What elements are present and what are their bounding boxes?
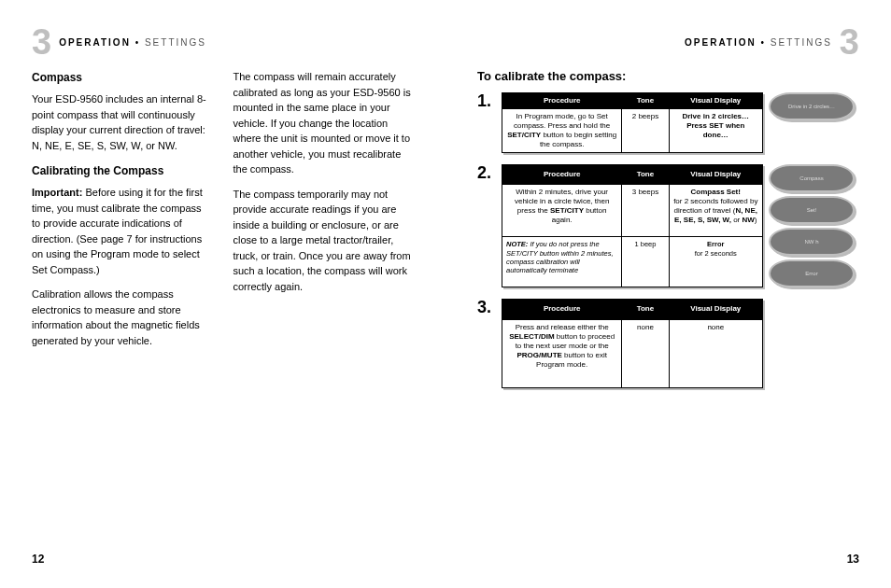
cell-visual: Drive in 2 circles… Press SET when done… (669, 109, 762, 153)
cell-tone: 3 beeps (622, 184, 669, 237)
cell-tone: none (622, 319, 669, 387)
header-strong-r: OPERATION (685, 37, 757, 48)
cell-tone: 2 beeps (622, 109, 669, 153)
th-procedure: Procedure (502, 165, 622, 185)
left-body: Compass Your ESD-9560 includes an intern… (32, 69, 414, 357)
lcd-display: Set! (769, 196, 855, 224)
page-number-left: 12 (32, 553, 44, 566)
header-bullet-r: • (761, 37, 767, 48)
th-procedure: Procedure (502, 93, 622, 109)
table-header-row: Procedure Tone Visual Display (502, 165, 763, 185)
left-page: 3 OPERATION • SETTINGS Compass Your ESD-… (0, 0, 446, 588)
th-tone: Tone (622, 300, 669, 320)
page-number-right: 13 (847, 553, 859, 566)
table-row: Press and release either the SELECT/DIM … (502, 319, 763, 387)
chapter-number-r: 3 (840, 24, 859, 60)
table-row: Within 2 minutes, drive your vehicle in … (502, 184, 763, 237)
chapter-number: 3 (32, 24, 51, 60)
label-important: Important: (32, 187, 82, 198)
step-2-displays: Compass Set! NW h Error (769, 164, 855, 287)
left-col-1: Compass Your ESD-9560 includes an intern… (32, 69, 213, 357)
table-note-row: NOTE: If you do not press the SET/CITY b… (502, 237, 763, 287)
step-1-displays: Drive in 2 circles… (769, 92, 855, 153)
table-header-row: Procedure Tone Visual Display (502, 93, 763, 109)
cell-note: NOTE: If you do not press the SET/CITY b… (502, 237, 622, 287)
step-1: 1. Procedure Tone Visual Display In Prog… (477, 92, 859, 153)
header-bullet: • (135, 37, 141, 48)
th-tone: Tone (622, 93, 669, 109)
para-remain-calibrated: The compass will remain accurately calib… (233, 69, 415, 177)
step-3-table: Procedure Tone Visual Display Press and … (502, 299, 763, 388)
lcd-display: Drive in 2 circles… (769, 92, 855, 120)
heading-to-calibrate: To calibrate the compass: (477, 69, 859, 83)
step-2-table: Procedure Tone Visual Display Within 2 m… (502, 164, 763, 287)
left-header: 3 OPERATION • SETTINGS (32, 24, 414, 60)
para-important-text: Before using it for the first time, you … (32, 187, 203, 275)
step-2-num: 2. (477, 164, 496, 181)
cell-visual: Compass Set! for 2 seconds followed by d… (669, 184, 762, 237)
table-header-row: Procedure Tone Visual Display (502, 300, 763, 320)
table-row: In Program mode, go to Set compass. Pres… (502, 109, 763, 153)
cell-note-tone: 1 beep (622, 237, 669, 287)
th-visual: Visual Display (669, 93, 762, 109)
para-important: Important: Before using it for the first… (32, 185, 213, 277)
para-compass-intro: Your ESD-9560 includes an internal 8-poi… (32, 91, 213, 153)
step-3-num: 3. (477, 299, 496, 315)
para-calibration-allows: Calibration allows the compass electroni… (32, 287, 213, 348)
step-1-num: 1. (477, 92, 496, 109)
cell-visual: none (669, 319, 762, 387)
th-procedure: Procedure (502, 300, 622, 320)
step-3: 3. Procedure Tone Visual Display Press a… (477, 299, 859, 388)
step-1-table: Procedure Tone Visual Display In Program… (502, 92, 763, 153)
step-2: 2. Procedure Tone Visual Display Within … (477, 164, 859, 287)
right-header: OPERATION • SETTINGS 3 (477, 24, 859, 60)
header-light-r: SETTINGS (771, 37, 832, 48)
left-col-2: The compass will remain accurately calib… (233, 69, 415, 357)
para-temp-inaccurate: The compass temporarily may not provide … (233, 187, 415, 295)
lcd-display: Error (769, 259, 855, 287)
heading-compass: Compass (32, 69, 213, 86)
lcd-display: Compass (769, 164, 855, 192)
cell-procedure: Press and release either the SELECT/DIM … (502, 319, 622, 387)
cell-note-visual: Errorfor 2 seconds (669, 237, 762, 287)
cell-procedure: In Program mode, go to Set compass. Pres… (502, 109, 622, 153)
heading-calibrating: Calibrating the Compass (32, 162, 213, 179)
th-visual: Visual Display (669, 165, 762, 185)
th-visual: Visual Display (669, 300, 762, 320)
header-strong: OPERATION (59, 37, 131, 48)
lcd-display: NW h (769, 228, 855, 256)
th-tone: Tone (622, 165, 669, 185)
cell-procedure: Within 2 minutes, drive your vehicle in … (502, 184, 622, 237)
header-light: SETTINGS (145, 37, 206, 48)
right-page: OPERATION • SETTINGS 3 To calibrate the … (446, 0, 891, 588)
